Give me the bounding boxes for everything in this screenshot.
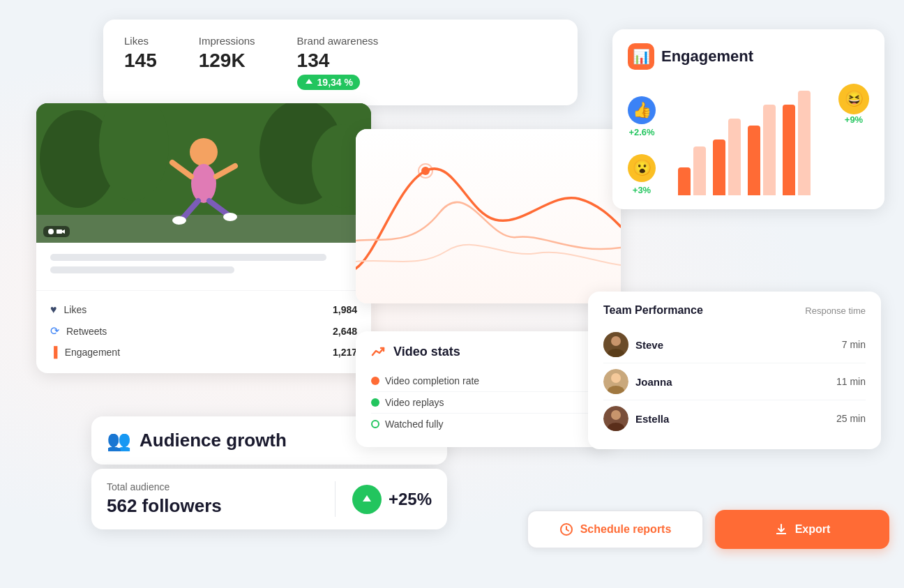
brand-stat: Brand awareness 134 19,34 % <box>297 35 379 90</box>
chart-card <box>356 129 621 303</box>
video-dot-1 <box>371 377 379 385</box>
team-subtitle: Response time <box>805 306 866 316</box>
audience-title: Audience growth <box>140 430 287 451</box>
team-row-estella: Estella 25 min <box>603 400 866 437</box>
likes-label: Likes <box>124 35 157 47</box>
impressions-stat: Impressions 129K <box>199 35 255 72</box>
audience-pct-badge <box>352 485 382 514</box>
team-name-steve: Steve <box>635 339 663 351</box>
video-header: Video stats <box>371 344 598 359</box>
post-engagement-value: 1,217 <box>333 347 357 358</box>
brand-label: Brand awareness <box>297 35 379 47</box>
video-row-1-left: Video completion rate <box>371 375 479 386</box>
schedule-icon <box>559 522 573 536</box>
svg-rect-5 <box>36 215 371 243</box>
engagement-metric-row: ▐ Engagement 1,217 <box>50 342 357 362</box>
bar-light-3 <box>763 105 776 195</box>
team-header: Team Performance Response time <box>603 304 866 317</box>
laugh-pct: +9% <box>845 114 863 125</box>
team-title: Team Performance <box>603 304 703 317</box>
impressions-value: 129K <box>199 50 255 72</box>
audience-icon: 👥 <box>107 429 131 452</box>
video-title: Video stats <box>393 345 460 359</box>
team-name-joanna: Joanna <box>635 376 672 388</box>
post-likes-label: Likes <box>64 304 87 315</box>
engagement-header: 📊 Engagement <box>628 43 869 70</box>
post-image-svg <box>36 103 371 243</box>
bar-group-2 <box>713 119 741 195</box>
video-row-3: Watched fully 12 <box>371 414 598 435</box>
brand-value: 134 <box>297 50 379 72</box>
video-label-2: Video replays <box>385 397 444 408</box>
svg-point-16 <box>421 167 430 175</box>
brand-badge: 19,34 % <box>297 75 360 90</box>
bar-dark-1 <box>678 167 691 195</box>
likes-metric-row: ♥ Likes 1,984 <box>50 299 357 320</box>
post-retweets-label: Retweets <box>66 326 107 337</box>
bar-dark-2 <box>713 140 725 195</box>
engagement-card: 📊 Engagement 👍 +2.6% 😮 +3% <box>612 29 884 209</box>
bar-light-4 <box>798 91 811 195</box>
team-name-estella: Estella <box>635 413 669 425</box>
stats-card: Likes 145 Impressions 129K Brand awarene… <box>103 20 578 105</box>
team-card: Team Performance Response time Steve 7 m… <box>588 292 881 449</box>
post-line-2 <box>50 266 234 273</box>
bar-group-1 <box>678 146 706 195</box>
video-label-3: Watched fully <box>385 419 444 430</box>
video-label-1: Video completion rate <box>385 375 479 386</box>
export-label: Export <box>795 523 831 536</box>
video-row-2: Video replays 55 <box>371 392 598 414</box>
post-metrics: ♥ Likes 1,984 ⟳ Retweets 2,648 ▐ Engagem… <box>36 290 371 373</box>
team-left-estella: Estella <box>603 406 669 431</box>
bar-dark-3 <box>748 126 760 195</box>
audience-pct: +25% <box>336 485 432 514</box>
line-chart-svg <box>356 129 621 303</box>
audience-pct-value: +25% <box>389 490 432 509</box>
post-retweets-value: 2,648 <box>333 326 357 337</box>
team-row-joanna: Joanna 11 min <box>603 363 866 400</box>
surprised-emoji-bubble: 😮 <box>628 154 656 182</box>
trending-icon <box>371 344 386 359</box>
bar-dark-4 <box>783 105 795 195</box>
retweets-metric-left: ⟳ Retweets <box>50 324 107 338</box>
likes-value: 145 <box>124 50 157 72</box>
video-stats-card: Video stats Video completion rate 3 Vide… <box>356 331 614 447</box>
post-line-1 <box>50 254 326 261</box>
retweets-metric-row: ⟳ Retweets 2,648 <box>50 320 357 342</box>
bar-chart-area <box>672 84 824 195</box>
team-time-steve: 7 min <box>842 339 866 350</box>
svg-point-12 <box>172 216 186 225</box>
video-dot-2 <box>371 398 379 407</box>
post-text-lines <box>36 243 371 290</box>
svg-point-25 <box>611 410 621 420</box>
schedule-reports-button[interactable]: Schedule reports <box>527 510 704 549</box>
bar-chart-icon: ▐ <box>50 346 58 358</box>
retweet-icon: ⟳ <box>50 324 59 338</box>
likes-metric-left: ♥ Likes <box>50 303 86 316</box>
engagement-metric-left: ▐ Engagement <box>50 346 120 358</box>
video-indicator <box>43 226 70 237</box>
export-button[interactable]: Export <box>715 510 889 549</box>
post-engagement-label: Engagement <box>65 347 120 358</box>
impressions-label: Impressions <box>199 35 255 47</box>
post-image <box>36 103 371 243</box>
heart-icon: ♥ <box>50 303 57 316</box>
avatar-estella <box>603 406 628 431</box>
team-time-estella: 25 min <box>836 413 866 424</box>
bar-group-4 <box>783 91 811 195</box>
video-row-2-left: Video replays <box>371 397 444 408</box>
audience-total-value: 562 followers <box>107 495 318 517</box>
svg-point-22 <box>611 373 621 383</box>
like-pct: +2.6% <box>628 127 654 137</box>
engagement-content: 👍 +2.6% 😮 +3% <box>628 84 869 195</box>
engagement-title: Engagement <box>661 47 753 66</box>
post-card: ♥ Likes 1,984 ⟳ Retweets 2,648 ▐ Engagem… <box>36 103 371 373</box>
video-row-1: Video completion rate 3 <box>371 370 598 392</box>
team-row-steve: Steve 7 min <box>603 326 866 363</box>
audience-total: Total audience 562 followers <box>107 481 336 517</box>
video-dot-3 <box>371 420 379 428</box>
bar-group-3 <box>748 105 776 195</box>
surprised-pct: +3% <box>633 185 651 195</box>
audience-stats-card: Total audience 562 followers +25% <box>91 469 447 529</box>
like-emoji-bubble: 👍 <box>628 96 656 124</box>
